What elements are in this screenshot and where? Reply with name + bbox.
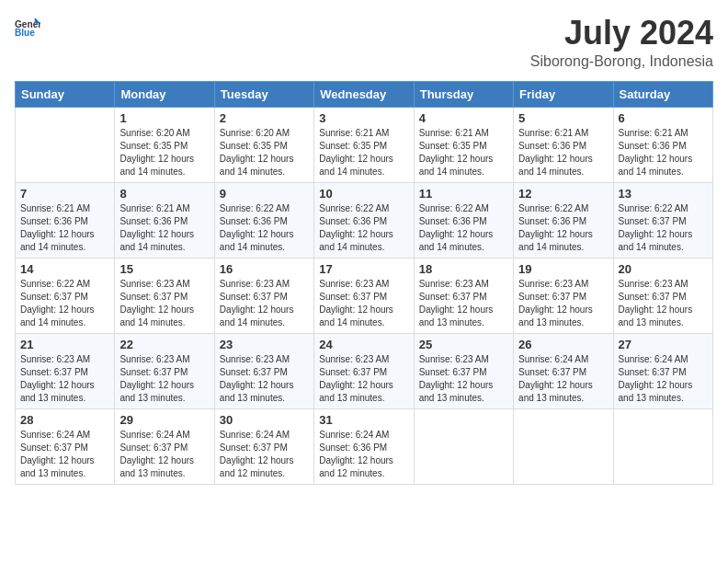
day-number: 1 [119, 111, 209, 125]
calendar-cell: 5Sunrise: 6:21 AMSunset: 6:36 PMDaylight… [514, 107, 613, 182]
logo: General Blue [15, 15, 40, 40]
calendar-cell: 15Sunrise: 6:23 AMSunset: 6:37 PMDayligh… [115, 258, 214, 333]
calendar-cell: 30Sunrise: 6:24 AMSunset: 6:37 PMDayligh… [214, 408, 313, 484]
calendar-cell: 7Sunrise: 6:21 AMSunset: 6:36 PMDaylight… [16, 182, 115, 258]
day-number: 28 [20, 413, 109, 427]
svg-text:Blue: Blue [15, 28, 35, 38]
calendar-cell: 6Sunrise: 6:21 AMSunset: 6:36 PMDaylight… [613, 107, 712, 182]
calendar-cell: 4Sunrise: 6:21 AMSunset: 6:35 PMDaylight… [414, 107, 513, 182]
day-number: 17 [319, 262, 408, 276]
calendar-cell [16, 107, 115, 182]
day-number: 2 [220, 111, 309, 125]
day-number: 23 [220, 338, 309, 351]
day-number: 16 [220, 262, 309, 276]
month-year-title: July 2024 [530, 15, 713, 52]
calendar-cell: 26Sunrise: 6:24 AMSunset: 6:37 PMDayligh… [514, 333, 613, 408]
day-info: Sunrise: 6:23 AMSunset: 6:37 PMDaylight:… [518, 278, 608, 329]
day-info: Sunrise: 6:23 AMSunset: 6:37 PMDaylight:… [220, 353, 309, 405]
day-info: Sunrise: 6:24 AMSunset: 6:37 PMDaylight:… [20, 429, 109, 480]
calendar-cell: 8Sunrise: 6:21 AMSunset: 6:36 PMDaylight… [115, 182, 214, 258]
day-info: Sunrise: 6:22 AMSunset: 6:36 PMDaylight:… [319, 202, 408, 254]
weekday-header: Tuesday [214, 81, 313, 107]
day-number: 3 [319, 111, 408, 125]
day-info: Sunrise: 6:23 AMSunset: 6:37 PMDaylight:… [119, 278, 209, 329]
day-number: 21 [20, 338, 109, 351]
day-number: 22 [119, 338, 209, 351]
calendar-cell: 1Sunrise: 6:20 AMSunset: 6:35 PMDaylight… [115, 107, 214, 182]
day-info: Sunrise: 6:22 AMSunset: 6:37 PMDaylight:… [20, 278, 109, 329]
day-info: Sunrise: 6:21 AMSunset: 6:36 PMDaylight:… [518, 127, 608, 178]
calendar-cell: 21Sunrise: 6:23 AMSunset: 6:37 PMDayligh… [16, 333, 115, 408]
calendar-cell: 19Sunrise: 6:23 AMSunset: 6:37 PMDayligh… [514, 258, 613, 333]
calendar-table: SundayMondayTuesdayWednesdayThursdayFrid… [15, 81, 713, 485]
calendar-cell: 23Sunrise: 6:23 AMSunset: 6:37 PMDayligh… [214, 333, 313, 408]
day-number: 9 [220, 187, 309, 201]
calendar-week-row: 1Sunrise: 6:20 AMSunset: 6:35 PMDaylight… [16, 107, 713, 182]
calendar-cell: 22Sunrise: 6:23 AMSunset: 6:37 PMDayligh… [115, 333, 214, 408]
weekday-header: Thursday [414, 81, 513, 107]
calendar-cell: 14Sunrise: 6:22 AMSunset: 6:37 PMDayligh… [16, 258, 115, 333]
day-number: 30 [220, 413, 309, 427]
day-info: Sunrise: 6:22 AMSunset: 6:37 PMDaylight:… [619, 202, 708, 254]
day-number: 27 [619, 338, 708, 351]
day-number: 25 [419, 338, 508, 351]
calendar-cell: 29Sunrise: 6:24 AMSunset: 6:37 PMDayligh… [115, 408, 214, 484]
day-info: Sunrise: 6:24 AMSunset: 6:37 PMDaylight:… [119, 429, 209, 480]
day-number: 8 [119, 187, 209, 201]
day-number: 31 [319, 413, 408, 427]
day-number: 26 [518, 338, 608, 351]
calendar-cell [414, 408, 513, 484]
calendar-week-row: 21Sunrise: 6:23 AMSunset: 6:37 PMDayligh… [16, 333, 713, 408]
day-info: Sunrise: 6:21 AMSunset: 6:36 PMDaylight:… [20, 202, 109, 254]
day-info: Sunrise: 6:23 AMSunset: 6:37 PMDaylight:… [419, 278, 508, 329]
day-info: Sunrise: 6:23 AMSunset: 6:37 PMDaylight:… [619, 278, 708, 329]
day-number: 7 [20, 187, 109, 201]
day-number: 15 [119, 262, 209, 276]
calendar-cell: 11Sunrise: 6:22 AMSunset: 6:36 PMDayligh… [414, 182, 513, 258]
day-info: Sunrise: 6:23 AMSunset: 6:37 PMDaylight:… [119, 353, 209, 405]
day-info: Sunrise: 6:24 AMSunset: 6:37 PMDaylight:… [619, 353, 708, 405]
day-number: 11 [419, 187, 508, 201]
day-number: 19 [518, 262, 608, 276]
weekday-header: Wednesday [314, 81, 414, 107]
day-info: Sunrise: 6:23 AMSunset: 6:37 PMDaylight:… [419, 353, 508, 405]
day-info: Sunrise: 6:24 AMSunset: 6:37 PMDaylight:… [518, 353, 608, 405]
calendar-cell: 9Sunrise: 6:22 AMSunset: 6:36 PMDaylight… [214, 182, 313, 258]
calendar-cell: 20Sunrise: 6:23 AMSunset: 6:37 PMDayligh… [613, 258, 712, 333]
calendar-cell: 27Sunrise: 6:24 AMSunset: 6:37 PMDayligh… [613, 333, 712, 408]
calendar-cell: 10Sunrise: 6:22 AMSunset: 6:36 PMDayligh… [314, 182, 414, 258]
page-header: General Blue July 2024 Siborong-Borong, … [15, 15, 713, 70]
day-number: 14 [20, 262, 109, 276]
day-info: Sunrise: 6:24 AMSunset: 6:36 PMDaylight:… [319, 429, 408, 480]
day-number: 6 [619, 111, 708, 125]
day-number: 13 [619, 187, 708, 201]
day-number: 29 [119, 413, 209, 427]
day-info: Sunrise: 6:21 AMSunset: 6:36 PMDaylight:… [619, 127, 708, 178]
weekday-header-row: SundayMondayTuesdayWednesdayThursdayFrid… [16, 81, 713, 107]
calendar-cell: 17Sunrise: 6:23 AMSunset: 6:37 PMDayligh… [314, 258, 414, 333]
calendar-cell: 12Sunrise: 6:22 AMSunset: 6:36 PMDayligh… [514, 182, 613, 258]
calendar-cell: 28Sunrise: 6:24 AMSunset: 6:37 PMDayligh… [16, 408, 115, 484]
day-info: Sunrise: 6:22 AMSunset: 6:36 PMDaylight:… [220, 202, 309, 254]
location-subtitle: Siborong-Borong, Indonesia [530, 53, 713, 70]
weekday-header: Saturday [613, 81, 712, 107]
calendar-week-row: 14Sunrise: 6:22 AMSunset: 6:37 PMDayligh… [16, 258, 713, 333]
calendar-cell: 31Sunrise: 6:24 AMSunset: 6:36 PMDayligh… [314, 408, 414, 484]
day-number: 4 [419, 111, 508, 125]
calendar-cell: 24Sunrise: 6:23 AMSunset: 6:37 PMDayligh… [314, 333, 414, 408]
day-info: Sunrise: 6:24 AMSunset: 6:37 PMDaylight:… [220, 429, 309, 480]
day-info: Sunrise: 6:21 AMSunset: 6:35 PMDaylight:… [419, 127, 508, 178]
day-number: 24 [319, 338, 408, 351]
day-info: Sunrise: 6:20 AMSunset: 6:35 PMDaylight:… [220, 127, 309, 178]
day-info: Sunrise: 6:21 AMSunset: 6:35 PMDaylight:… [319, 127, 408, 178]
calendar-cell: 13Sunrise: 6:22 AMSunset: 6:37 PMDayligh… [613, 182, 712, 258]
calendar-cell [613, 408, 712, 484]
day-number: 5 [518, 111, 608, 125]
day-number: 20 [619, 262, 708, 276]
day-info: Sunrise: 6:20 AMSunset: 6:35 PMDaylight:… [119, 127, 209, 178]
day-info: Sunrise: 6:23 AMSunset: 6:37 PMDaylight:… [319, 353, 408, 405]
day-number: 12 [518, 187, 608, 201]
calendar-cell: 18Sunrise: 6:23 AMSunset: 6:37 PMDayligh… [414, 258, 513, 333]
calendar-cell: 2Sunrise: 6:20 AMSunset: 6:35 PMDaylight… [214, 107, 313, 182]
day-info: Sunrise: 6:22 AMSunset: 6:36 PMDaylight:… [518, 202, 608, 254]
